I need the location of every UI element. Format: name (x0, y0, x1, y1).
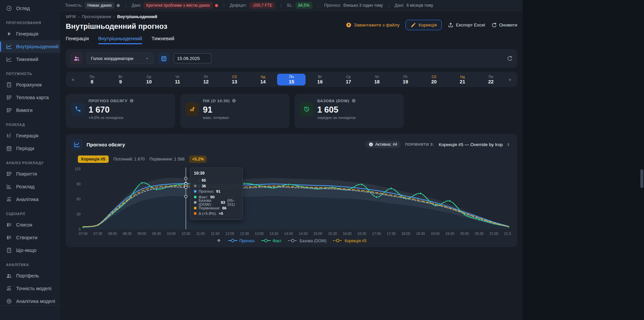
tooltip-row: : 36 (194, 183, 239, 189)
day-cell-11[interactable]: Чт 11 (163, 74, 192, 85)
sidebar-item-огляд[interactable]: Огляд (0, 2, 60, 15)
day-cell-18[interactable]: Чт 18 (363, 74, 391, 85)
tooltip-row: Базова (DOW): 83 (65–101) (194, 200, 239, 205)
filters-refresh-icon[interactable] (506, 55, 513, 61)
compare-select[interactable]: Корекція #5 — Override by Irop (439, 142, 512, 147)
sidebar-item-точність-моделі[interactable]: Точність моделі (0, 282, 60, 295)
day-cell-15[interactable]: Пн 15 (277, 74, 306, 85)
day-cell-12[interactable]: Пт 12 (192, 74, 220, 85)
calendar-icon-box (158, 52, 170, 64)
svg-text:10:30: 10:30 (181, 232, 190, 236)
tooltip-row-range: (65–101) (227, 198, 239, 206)
tab-генерація[interactable]: Генерація (66, 36, 89, 44)
sidebar-item-аналітика[interactable]: Аналітика (0, 193, 60, 206)
svg-text:15:30: 15:30 (328, 232, 337, 236)
day-cell-17[interactable]: Ср 17 (334, 74, 363, 85)
svg-text:09:00: 09:00 (138, 232, 146, 236)
sidebar-item-генерація[interactable]: Генерація (0, 27, 60, 40)
day-number: 21 (460, 79, 465, 84)
correction-badge[interactable]: Корекція #5 (78, 155, 109, 163)
separator: | (221, 3, 226, 8)
sidebar-item-періоди[interactable]: Періоди (0, 142, 60, 155)
queue-select[interactable]: Голос координатори (87, 53, 154, 64)
tab-тижневий[interactable]: Тижневий (152, 36, 174, 44)
status-item: Дефіцит: -200,7 FTE (230, 2, 275, 9)
info-icon[interactable] (129, 99, 134, 103)
day-cell-20[interactable]: Сб 20 (420, 74, 448, 85)
upload-from-file-button[interactable]: Завантажити з файлу (346, 22, 399, 28)
sidebar-item-label: Точність моделі (16, 286, 51, 291)
export-excel-button[interactable]: Експорт Excel (448, 22, 485, 28)
sidebar-collapse-button[interactable] (24, 309, 36, 317)
breadcrumb-wfm[interactable]: WFM (66, 14, 76, 19)
breadcrumb-separator: › (113, 14, 115, 19)
sidebar-item-аналітика-моделі[interactable]: Аналітика моделі (0, 295, 60, 305)
svg-text:13:30: 13:30 (269, 232, 278, 236)
sidebar-item-генерація[interactable]: Генерація (0, 129, 60, 142)
svg-text:90: 90 (76, 182, 80, 186)
day-cell-8[interactable]: Пн 8 (78, 74, 106, 85)
correction-button[interactable]: Корекція (406, 20, 442, 30)
sidebar-item-список[interactable]: Список (0, 218, 60, 231)
sidebar-item-теплова-карта[interactable]: Теплова карта (0, 91, 60, 104)
sidebar-item-label: Огляд (16, 6, 30, 11)
day-cell-22[interactable]: Пн 22 (477, 74, 505, 85)
status-item-value: близько 3 годин тому (343, 3, 383, 8)
kpi-title: ПРОГНОЗ ОБСЯГУ (89, 99, 127, 103)
status-item: Дані: 6 місяців тому (395, 3, 433, 8)
day-cell-14[interactable]: Нд 14 (249, 74, 277, 85)
scrollbar-thumb[interactable] (640, 169, 643, 188)
day-cell-16[interactable]: Вт 16 (306, 74, 334, 85)
sidebar-item-тижневий[interactable]: Тижневий (0, 53, 60, 66)
chart-badge-row: Корекція #5 Поточний: 1 670 Порівняння: … (78, 155, 512, 163)
legend-label: Факт (273, 239, 282, 243)
delta-badge: +5.2% (189, 155, 207, 163)
info-icon[interactable] (352, 99, 356, 103)
svg-text:08:00: 08:00 (108, 232, 117, 236)
legend-item[interactable] (217, 239, 221, 243)
status-item-label: Дефіцит: (230, 3, 247, 8)
status-item-value: 6 місяців тому (407, 3, 433, 8)
status-dot-icon (215, 4, 218, 7)
refresh-button[interactable]: Оновити (491, 22, 517, 28)
sidebar-item-створити[interactable]: Створити (0, 231, 60, 244)
days-row: Пн 8 Вт 9 Ср 10 Чт 11 Пт 12 Сб 13 Нд 14 … (78, 74, 505, 85)
info-icon[interactable] (232, 99, 236, 103)
sidebar-item-покриття[interactable]: Покриття (0, 168, 60, 180)
page-title: Внутрішньоденний прогноз (66, 22, 167, 31)
legend-item[interactable]: Базова (DOW) (288, 239, 326, 243)
sidebar-item-що-якщо[interactable]: Що-якщо (0, 244, 60, 257)
day-cell-10[interactable]: Ср 10 (135, 74, 163, 85)
day-of-week-label: Пн (90, 75, 94, 79)
status-dot-icon (117, 4, 120, 7)
tab-внутрішньоденний[interactable]: Внутрішньоденний (98, 36, 142, 44)
play-icon (6, 31, 12, 37)
sidebar-item-внутрішньоденний[interactable]: Внутрішньоденний (0, 40, 60, 53)
prev-week-button[interactable]: « (68, 77, 78, 82)
sidebar-item-розклад[interactable]: Розклад (0, 180, 60, 193)
date-input[interactable] (174, 53, 211, 63)
next-week-button[interactable]: » (505, 77, 515, 82)
day-cell-21[interactable]: Нд 21 (448, 74, 477, 85)
legend-item[interactable]: Факт (261, 239, 282, 243)
sidebar-item-label: Внутрішньоденний (16, 44, 59, 49)
day-cell-13[interactable]: Сб 13 (220, 74, 249, 85)
kpi-icon-box (71, 103, 85, 116)
day-number: 14 (260, 79, 266, 84)
legend-item[interactable]: Прогноз (228, 239, 255, 243)
app-window: Огляд ПРОГНОЗУВАННЯ Генерація Внутрішньо… (0, 0, 644, 320)
day-number: 9 (119, 79, 122, 84)
tooltip-row: : 65 (194, 178, 239, 183)
tooltip-row-value: +5 (219, 211, 223, 215)
day-cell-19[interactable]: Пт 19 (391, 74, 420, 85)
sidebar-item-вимоги[interactable]: Вимоги (0, 104, 60, 117)
volume-forecast-chart[interactable]: 030609012007:0007:3008:0008:3009:0009:30… (71, 166, 511, 237)
day-of-week-label: Чт (175, 75, 179, 79)
legend-item[interactable]: Корекція #5 (333, 239, 366, 243)
calculator-icon (6, 247, 12, 253)
day-cell-9[interactable]: Вт 9 (106, 74, 135, 85)
kpi-subtitle: середнє за понеділок (317, 116, 356, 120)
sidebar-item-розрахунок[interactable]: Розрахунок (0, 78, 60, 91)
breadcrumb-forecasting[interactable]: Прогнозування (82, 14, 111, 19)
sidebar-item-портфель[interactable]: Портфель (0, 269, 60, 282)
